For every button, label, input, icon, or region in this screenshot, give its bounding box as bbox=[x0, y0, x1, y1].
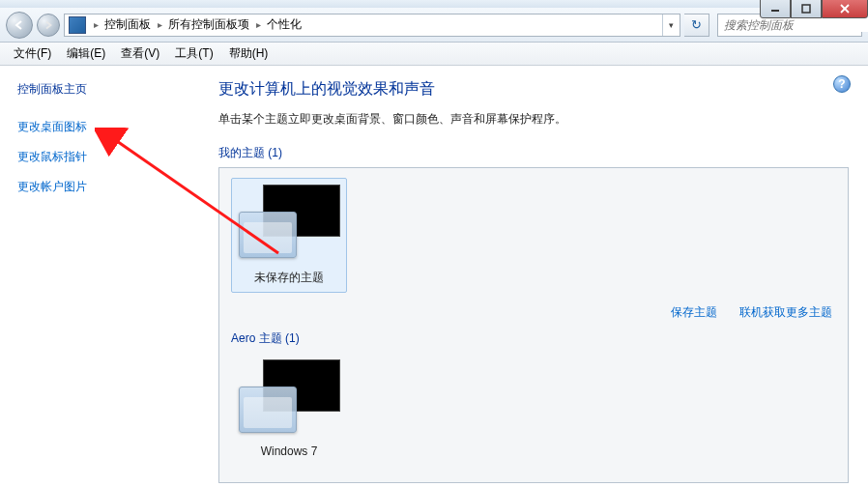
theme-row: 未保存的主题 bbox=[231, 178, 836, 293]
refresh-button[interactable]: ↻ bbox=[684, 14, 709, 37]
theme-thumbnail bbox=[239, 185, 340, 262]
menu-help[interactable]: 帮助(H) bbox=[221, 43, 276, 65]
sidebar-link-desktop-icons[interactable]: 更改桌面图标 bbox=[17, 119, 186, 135]
get-more-themes-link[interactable]: 联机获取更多主题 bbox=[739, 305, 832, 319]
control-panel-icon bbox=[69, 16, 86, 34]
svg-rect-1 bbox=[802, 5, 810, 13]
page-title: 更改计算机上的视觉效果和声音 bbox=[218, 79, 849, 100]
theme-label: Windows 7 bbox=[238, 444, 340, 458]
window-preview-icon bbox=[239, 387, 297, 433]
group-title-aero-themes: Aero 主题 (1) bbox=[231, 330, 836, 347]
chevron-right-icon[interactable]: ▸ bbox=[252, 19, 264, 30]
sidebar-link-mouse-pointer[interactable]: 更改鼠标指针 bbox=[17, 149, 186, 165]
nav-back-button[interactable] bbox=[6, 12, 33, 39]
nav-forward-button[interactable] bbox=[37, 14, 60, 37]
window-minimize-button[interactable] bbox=[760, 0, 791, 18]
theme-label: 未保存的主题 bbox=[238, 270, 340, 286]
menu-edit[interactable]: 编辑(E) bbox=[59, 43, 113, 65]
menu-file[interactable]: 文件(F) bbox=[6, 43, 59, 65]
address-bar[interactable]: ▸ 控制面板 ▸ 所有控制面板项 ▸ 个性化 ▾ bbox=[64, 14, 680, 37]
theme-actions: 保存主题 联机获取更多主题 bbox=[231, 301, 836, 323]
main-panel: ? 更改计算机上的视觉效果和声音 单击某个主题立即更改桌面背景、窗口颜色、声音和… bbox=[203, 66, 868, 487]
menubar: 文件(F) 编辑(E) 查看(V) 工具(T) 帮助(H) bbox=[0, 43, 868, 66]
titlebar bbox=[0, 0, 868, 8]
breadcrumb-item[interactable]: 控制面板 bbox=[101, 16, 154, 33]
address-dropdown-button[interactable]: ▾ bbox=[662, 14, 680, 36]
themes-panel: 未保存的主题 保存主题 联机获取更多主题 Aero 主题 (1) Windows… bbox=[218, 167, 849, 483]
breadcrumb-item[interactable]: 所有控制面板项 bbox=[165, 16, 252, 33]
theme-thumbnail bbox=[239, 359, 340, 437]
theme-row: Windows 7 bbox=[231, 353, 836, 465]
group-title-my-themes: 我的主题 (1) bbox=[218, 145, 849, 161]
breadcrumb-item[interactable]: 个性化 bbox=[264, 16, 304, 33]
window-close-button[interactable] bbox=[822, 0, 868, 18]
window-maximize-button[interactable] bbox=[791, 0, 822, 18]
chevron-right-icon[interactable]: ▸ bbox=[154, 19, 165, 30]
menu-tools[interactable]: 工具(T) bbox=[167, 43, 220, 65]
theme-item[interactable]: Windows 7 bbox=[231, 353, 347, 465]
breadcrumb: ▸ 控制面板 ▸ 所有控制面板项 ▸ 个性化 bbox=[90, 14, 662, 36]
navigation-bar: ▸ 控制面板 ▸ 所有控制面板项 ▸ 个性化 ▾ ↻ 🔍 bbox=[0, 8, 868, 43]
sidebar-title[interactable]: 控制面板主页 bbox=[17, 81, 186, 98]
search-input[interactable] bbox=[718, 18, 868, 32]
save-theme-link[interactable]: 保存主题 bbox=[671, 305, 717, 319]
sidebar-link-account-picture[interactable]: 更改帐户图片 bbox=[17, 179, 186, 195]
window-controls bbox=[760, 0, 868, 18]
window-preview-icon bbox=[239, 212, 297, 258]
help-icon[interactable]: ? bbox=[833, 75, 851, 93]
sidebar: 控制面板主页 更改桌面图标 更改鼠标指针 更改帐户图片 bbox=[0, 66, 203, 487]
menu-view[interactable]: 查看(V) bbox=[113, 43, 167, 65]
page-description: 单击某个主题立即更改桌面背景、窗口颜色、声音和屏幕保护程序。 bbox=[218, 111, 849, 128]
content-area: 控制面板主页 更改桌面图标 更改鼠标指针 更改帐户图片 ? 更改计算机上的视觉效… bbox=[0, 66, 868, 487]
chevron-right-icon[interactable]: ▸ bbox=[90, 19, 101, 30]
theme-item[interactable]: 未保存的主题 bbox=[231, 178, 347, 293]
